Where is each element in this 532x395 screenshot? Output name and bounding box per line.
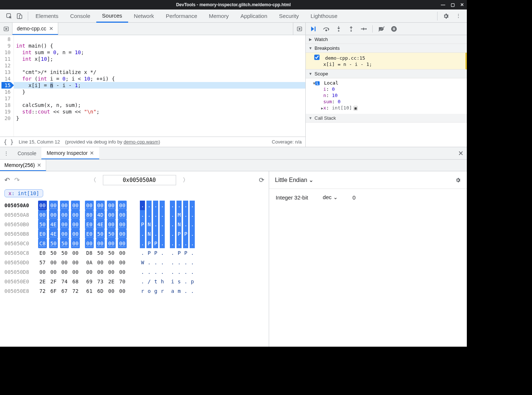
main-tab-network[interactable]: Network (128, 10, 160, 23)
file-tab-demo-cpp[interactable]: demo-cpp.cc ✕ (12, 23, 58, 35)
close-tab-icon[interactable]: ✕ (90, 150, 94, 156)
collapse-icon: ▼ (309, 116, 312, 120)
run-snippet-icon[interactable] (293, 23, 305, 35)
deactivate-breakpoints-icon[interactable] (378, 25, 385, 33)
hex-row[interactable]: 005050D80000000000000000|........ (4, 267, 264, 277)
address-input[interactable] (103, 175, 176, 185)
step-out-icon[interactable] (347, 25, 355, 33)
object-highlight-chip[interactable]: x: int[10] (4, 189, 43, 197)
collapse-icon: ▼ (309, 72, 312, 76)
hex-row[interactable]: 005050C8E0505000D8505000|.PP..PP. (4, 248, 264, 258)
settings-gear-icon[interactable] (443, 13, 449, 19)
hex-row[interactable]: 005050A800000000804D0000|.....M.. (4, 210, 264, 220)
cursor-position: Line 15, Column 12 (19, 139, 60, 145)
scope-variable[interactable]: ▶x: int[10]▦ (321, 105, 463, 111)
main-tab-application[interactable]: Application (235, 10, 273, 23)
wasm-source-link[interactable]: demo-cpp.wasm (124, 139, 159, 145)
watch-section-header[interactable]: ▶ Watch (306, 35, 467, 44)
hex-row[interactable]: 005050B8E04E0000E0505000|.N...PP. (4, 229, 264, 239)
main-tab-memory[interactable]: Memory (203, 10, 235, 23)
file-tab-label: demo-cpp.cc (17, 26, 46, 31)
drawer-tab-bar: ⋮ ConsoleMemory Inspector✕ ✕ (0, 147, 467, 160)
drawer-more-icon[interactable]: ⋮ (0, 147, 12, 159)
scope-local[interactable]: ▼L Local (313, 80, 463, 86)
svg-point-15 (391, 26, 397, 31)
pause-exceptions-icon[interactable] (390, 25, 398, 33)
hex-row[interactable]: 005050A00000000000000000|........ (4, 201, 264, 210)
hex-row[interactable]: 005050D0570000000A000000|W....... (4, 258, 264, 267)
refresh-icon[interactable]: ⟳ (259, 176, 264, 184)
drawer-tab-memory-inspector[interactable]: Memory Inspector✕ (41, 147, 99, 159)
memory-tab-label: Memory(256) (4, 162, 35, 168)
window-title: DevTools - memory-inspector.glitch.me/de… (176, 2, 291, 7)
hex-viewer[interactable]: 005050A00000000000000000|........005050A… (0, 199, 269, 297)
scope-variable[interactable]: ▶sum: 0 (321, 98, 463, 105)
step-icon[interactable] (360, 25, 367, 33)
scope-variable[interactable]: ▶i: 0 (321, 86, 463, 92)
breakpoint-item[interactable]: demo-cpp.cc:15 x[i] = n - i - 1; (306, 53, 467, 70)
close-drawer-icon[interactable]: ✕ (454, 147, 467, 159)
svg-point-12 (365, 28, 367, 30)
device-toggle-icon[interactable] (16, 13, 23, 19)
editor-status-bar: { } Line 15, Column 12 (provided via deb… (0, 137, 305, 147)
pretty-print-icon[interactable]: { } (4, 139, 14, 145)
close-memory-tab-icon[interactable]: ✕ (37, 162, 41, 168)
debugger-toolbar (306, 23, 467, 35)
breakpoint-location: demo-cpp.cc:15 (325, 55, 365, 61)
hex-row[interactable]: 005050E02E2F746869732E70|./this.p (4, 277, 264, 286)
svg-marker-6 (299, 28, 300, 30)
svg-marker-7 (311, 26, 314, 31)
scope-variable[interactable]: ▶n: 10 (321, 92, 463, 98)
svg-point-9 (325, 30, 327, 31)
main-tab-sources[interactable]: Sources (96, 10, 128, 23)
step-over-icon[interactable] (323, 25, 330, 33)
svg-point-11 (350, 30, 352, 31)
main-tab-console[interactable]: Console (64, 10, 96, 23)
more-options-icon[interactable]: ⋮ (456, 13, 461, 19)
scope-section-header[interactable]: ▼ Scope (306, 70, 467, 78)
navigator-toggle-icon[interactable] (0, 23, 12, 35)
memory-toolbar: ↶ ↷ 〈 〉 ⟳ (0, 171, 269, 189)
endianness-select[interactable]: Little Endian ⌄ (275, 176, 313, 183)
history-back-icon[interactable]: ↶ (4, 176, 10, 184)
close-tab-icon[interactable]: ✕ (49, 26, 53, 31)
collapse-icon: ▼ (309, 46, 312, 50)
code-editor[interactable]: 891011121314151617181920 int main() { in… (0, 35, 305, 137)
window-minimize-icon[interactable]: — (440, 2, 446, 7)
prev-page-icon[interactable]: 〈 (90, 176, 96, 184)
interp-value: 0 (353, 194, 356, 201)
hex-row[interactable]: 005050C0C850500000000000|.PP..... (4, 239, 264, 248)
value-interpreter-toolbar: Little Endian ⌄ (269, 171, 467, 189)
breakpoint-checkbox[interactable] (314, 55, 319, 60)
interpreter-settings-icon[interactable] (455, 177, 461, 183)
next-page-icon[interactable]: 〉 (183, 176, 189, 184)
window-maximize-icon[interactable]: ▢ (450, 2, 455, 7)
breakpoints-section-header[interactable]: ▼ Breakpoints (306, 44, 467, 53)
main-tab-performance[interactable]: Performance (160, 10, 203, 23)
svg-rect-16 (393, 27, 394, 30)
file-tab-bar: demo-cpp.cc ✕ (0, 23, 305, 35)
radix-select[interactable]: dec ⌄ (323, 194, 338, 201)
main-tab-security[interactable]: Security (273, 10, 305, 23)
step-into-icon[interactable] (335, 25, 342, 33)
inspect-element-icon[interactable] (6, 13, 12, 19)
memory-tab[interactable]: Memory(256) ✕ (0, 160, 46, 171)
history-forward-icon[interactable]: ↷ (14, 176, 20, 184)
svg-point-10 (338, 30, 339, 31)
callstack-section-header[interactable]: ▼ Call Stack (306, 114, 467, 123)
main-tab-elements[interactable]: Elements (30, 10, 64, 23)
chevron-down-icon: ⌄ (309, 176, 313, 183)
svg-rect-8 (315, 26, 315, 31)
resume-icon[interactable] (310, 25, 317, 33)
chevron-down-icon: ⌄ (333, 194, 338, 200)
hex-row[interactable]: 005050B0504E0000E04E0000|PN...N.. (4, 220, 264, 229)
devtools-main-tabs: ElementsConsoleSourcesNetworkPerformance… (0, 10, 467, 23)
drawer-tab-console[interactable]: Console (12, 147, 41, 159)
window-close-icon[interactable]: ✕ (460, 2, 465, 7)
hex-row[interactable]: 005050E8726F6772616D0000|rogram.. (4, 286, 264, 296)
debug-info-source: (provided via debug info by demo-cpp.was… (65, 139, 160, 145)
expand-icon: ▶ (309, 37, 312, 41)
memory-instance-tabs: Memory(256) ✕ (0, 160, 467, 171)
main-tab-lighthouse[interactable]: Lighthouse (305, 10, 343, 23)
reveal-in-memory-icon[interactable]: ▦ (353, 106, 358, 111)
